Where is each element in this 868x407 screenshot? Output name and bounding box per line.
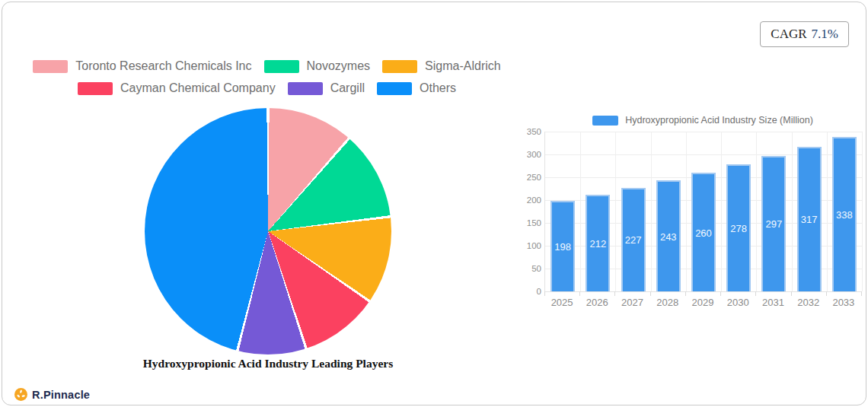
x-axis-tick-label: 2032 bbox=[791, 297, 826, 308]
legend-swatch bbox=[288, 82, 323, 95]
bar-2028: 243 bbox=[656, 180, 681, 291]
legend-item-cayman-chemical-company[interactable]: Cayman Chemical Company bbox=[78, 80, 276, 97]
x-axis-tickmark bbox=[544, 291, 545, 296]
legend-item-others[interactable]: Others bbox=[377, 80, 456, 97]
y-axis-tick-label: 100 bbox=[526, 241, 541, 250]
y-axis-tick-label: 0 bbox=[526, 287, 541, 296]
legend-item-cargill[interactable]: Cargill bbox=[288, 80, 365, 97]
bar-value-label: 317 bbox=[801, 214, 818, 225]
x-axis-tickmark bbox=[685, 291, 686, 296]
bar-legend-item[interactable]: Hydroxypropionic Acid Industry Size (Mil… bbox=[544, 115, 861, 126]
x-axis-tickmark bbox=[826, 291, 827, 296]
v-gridline bbox=[580, 132, 581, 291]
bar-value-label: 212 bbox=[589, 238, 606, 250]
legend-label: Novozymes bbox=[307, 59, 371, 73]
y-axis-tick-label: 250 bbox=[526, 173, 541, 182]
v-gridline bbox=[827, 132, 828, 291]
v-gridline bbox=[862, 132, 863, 291]
v-gridline bbox=[756, 132, 757, 291]
legend-label: Others bbox=[420, 81, 456, 95]
bar-value-label: 198 bbox=[554, 241, 571, 253]
bar-2030: 278 bbox=[726, 164, 751, 291]
cagr-label: CAGR bbox=[771, 27, 806, 41]
x-axis-tick-label: 2031 bbox=[755, 297, 790, 308]
bar-2032: 317 bbox=[797, 147, 822, 291]
legend-label: Toronto Research Chemicals Inc bbox=[75, 59, 251, 73]
pie-legend: Toronto Research Chemicals IncNovozymesS… bbox=[14, 58, 520, 97]
x-axis-tick-label: 2033 bbox=[826, 297, 861, 308]
y-axis-tick-label: 300 bbox=[526, 150, 541, 159]
bar-2029: 260 bbox=[691, 173, 716, 291]
pinnacle-logo-icon bbox=[14, 388, 27, 401]
cagr-badge: CAGR7.1% bbox=[760, 21, 849, 47]
x-axis-tick-label: 2030 bbox=[720, 297, 755, 308]
brand-name: R.Pinnacle bbox=[32, 389, 90, 401]
legend-swatch bbox=[382, 60, 417, 73]
pie-chart-title: Hydroxypropionic Acid Industry Leading P… bbox=[78, 357, 458, 370]
bar-plot: 198212227243260278297317338 bbox=[544, 132, 862, 292]
x-axis-tickmark bbox=[861, 291, 862, 296]
bar-2031: 297 bbox=[761, 156, 786, 291]
bar-value-label: 338 bbox=[836, 209, 853, 221]
bar-legend-swatch bbox=[592, 116, 618, 126]
bar-value-label: 260 bbox=[695, 227, 712, 239]
bar-value-label: 278 bbox=[730, 223, 747, 234]
x-axis-tickmark bbox=[791, 291, 792, 296]
bar-legend-label: Hydroxypropionic Acid Industry Size (Mil… bbox=[625, 115, 813, 126]
report-card: CAGR7.1% Toronto Research Chemicals IncN… bbox=[2, 2, 866, 405]
cagr-value: 7.1% bbox=[812, 27, 838, 41]
v-gridline bbox=[792, 132, 793, 291]
legend-swatch bbox=[78, 82, 113, 95]
v-gridline bbox=[721, 132, 722, 291]
legend-label: Cayman Chemical Company bbox=[120, 81, 276, 95]
y-axis-tick-label: 150 bbox=[526, 218, 541, 227]
legend-swatch bbox=[264, 60, 299, 73]
brand-watermark: R.Pinnacle bbox=[14, 388, 90, 401]
y-axis-tick-label: 200 bbox=[526, 196, 541, 205]
legend-item-novozymes[interactable]: Novozymes bbox=[264, 58, 371, 75]
pie-chart bbox=[145, 108, 391, 355]
v-gridline bbox=[651, 132, 652, 291]
bar-value-label: 243 bbox=[660, 231, 677, 243]
x-axis-tickmark bbox=[614, 291, 615, 296]
x-axis-tick-label: 2028 bbox=[650, 297, 685, 308]
x-axis-tick-label: 2027 bbox=[614, 297, 649, 308]
bar-2033: 338 bbox=[832, 137, 857, 291]
y-axis-tick-label: 350 bbox=[526, 127, 541, 136]
y-axis-tick-label: 50 bbox=[526, 264, 541, 273]
v-gridline bbox=[615, 132, 616, 291]
x-axis-tick-label: 2025 bbox=[544, 297, 579, 308]
legend-item-toronto-research-chemicals-inc[interactable]: Toronto Research Chemicals Inc bbox=[33, 58, 251, 75]
legend-item-sigma-aldrich[interactable]: Sigma-Aldrich bbox=[382, 58, 501, 75]
x-axis-tick-label: 2029 bbox=[685, 297, 720, 308]
legend-swatch bbox=[377, 82, 412, 95]
bar-value-label: 297 bbox=[766, 218, 783, 230]
x-axis-tick-label: 2026 bbox=[579, 297, 614, 308]
legend-label: Sigma-Aldrich bbox=[425, 59, 501, 73]
legend-label: Cargill bbox=[330, 81, 365, 95]
legend-swatch bbox=[33, 60, 68, 73]
bar-chart: Hydroxypropionic Acid Industry Size (Mil… bbox=[526, 110, 867, 316]
x-axis-tickmark bbox=[650, 291, 651, 296]
bar-2025: 198 bbox=[550, 201, 575, 291]
bar-value-label: 227 bbox=[625, 234, 642, 246]
x-axis-tickmark bbox=[720, 291, 721, 296]
x-axis-tickmark bbox=[755, 291, 756, 296]
bar-2027: 227 bbox=[621, 188, 646, 291]
bar-2026: 212 bbox=[586, 195, 610, 291]
v-gridline bbox=[686, 132, 687, 291]
x-axis-tickmark bbox=[579, 291, 580, 296]
h-gridline bbox=[545, 132, 862, 132]
